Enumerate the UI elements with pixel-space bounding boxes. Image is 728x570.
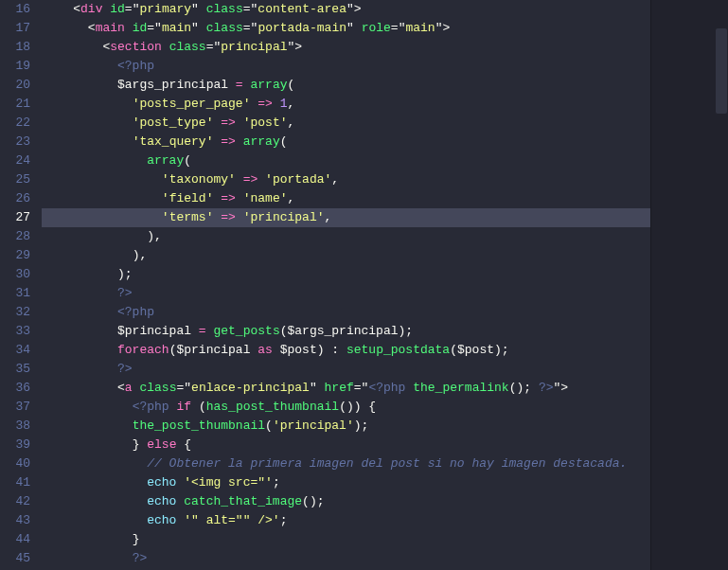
- line-number[interactable]: 29: [8, 246, 30, 265]
- code-line[interactable]: $args_principal = array(: [42, 76, 728, 95]
- line-number[interactable]: 20: [8, 76, 30, 95]
- line-number[interactable]: 21: [8, 95, 30, 114]
- token: portada-main: [257, 21, 346, 35]
- code-line[interactable]: } else {: [42, 436, 728, 454]
- code-line[interactable]: 'taxonomy' => 'portada',: [42, 170, 728, 189]
- code-line[interactable]: ?>: [42, 549, 728, 568]
- code-line[interactable]: <a class="enlace-principal" href="<?php …: [42, 379, 728, 398]
- code-line[interactable]: }: [42, 530, 728, 549]
- line-number[interactable]: 33: [8, 322, 30, 341]
- line-number[interactable]: 37: [8, 398, 30, 417]
- minimap-area[interactable]: [650, 0, 728, 570]
- line-number[interactable]: 22: [8, 114, 30, 133]
- line-number[interactable]: 26: [8, 189, 30, 208]
- token: ): [147, 229, 154, 243]
- token: [236, 191, 243, 205]
- line-number[interactable]: 41: [8, 473, 30, 492]
- code-line[interactable]: the_post_thumbnail('principal');: [42, 417, 728, 436]
- token: [199, 21, 206, 35]
- token: <: [117, 381, 125, 395]
- line-number[interactable]: 25: [8, 170, 30, 189]
- code-line[interactable]: );: [42, 265, 728, 284]
- code-line[interactable]: echo '<img src="';: [42, 473, 728, 492]
- code-line[interactable]: $principal = get_posts($args_principal);: [42, 322, 728, 341]
- code-line[interactable]: echo catch_that_image();: [42, 492, 728, 511]
- line-number[interactable]: 17: [8, 19, 30, 38]
- token: the_post_thumbnail: [133, 419, 265, 433]
- line-number[interactable]: 27: [8, 208, 30, 227]
- token: 'portada': [265, 172, 331, 187]
- code-line[interactable]: ?>: [42, 284, 728, 303]
- token: echo: [147, 494, 176, 508]
- code-line[interactable]: // Obtener la primera imagen del post si…: [42, 454, 728, 473]
- token: ): [317, 343, 325, 357]
- token: setup_postdata: [346, 343, 450, 357]
- code-line[interactable]: <?php: [42, 57, 728, 76]
- line-number[interactable]: 18: [8, 38, 30, 57]
- line-number[interactable]: 30: [8, 265, 30, 284]
- line-number[interactable]: 34: [8, 341, 30, 360]
- token: $principal: [117, 324, 191, 338]
- line-number[interactable]: 32: [8, 303, 30, 322]
- code-line[interactable]: array(: [42, 151, 728, 170]
- token: (: [280, 324, 288, 338]
- code-line[interactable]: ?>: [42, 360, 728, 379]
- token: 'field': [162, 191, 214, 205]
- line-number[interactable]: 44: [8, 530, 30, 549]
- code-line[interactable]: ),: [42, 246, 728, 265]
- token: 1: [280, 97, 288, 111]
- token: ,: [288, 116, 295, 130]
- token: catch_that_image: [184, 494, 302, 508]
- line-number[interactable]: 40: [8, 454, 30, 473]
- code-line[interactable]: <?php if (has_post_thumbnail()) {: [42, 398, 728, 417]
- vertical-scrollbar[interactable]: [715, 0, 728, 570]
- code-line[interactable]: <main id="main" class="portada-main" rol…: [42, 19, 728, 38]
- line-number[interactable]: 23: [8, 133, 30, 151]
- code-line[interactable]: <?php: [42, 303, 728, 322]
- line-number[interactable]: 43: [8, 511, 30, 530]
- line-number[interactable]: 31: [8, 284, 30, 303]
- code-line[interactable]: 'post_type' => 'post',: [42, 114, 728, 133]
- line-number[interactable]: 45: [8, 549, 30, 568]
- code-line[interactable]: ),: [42, 227, 728, 246]
- code-area[interactable]: <div id="primary" class="content-area"> …: [42, 0, 728, 570]
- code-line[interactable]: 'tax_query' => array(: [42, 133, 728, 151]
- code-line[interactable]: 'field' => 'name',: [42, 189, 728, 208]
- line-number[interactable]: 16: [8, 0, 30, 19]
- code-line[interactable]: <section class="principal">: [42, 38, 728, 57]
- token: ?>: [117, 362, 133, 376]
- code-editor[interactable]: 1617181920212223242526272829303132333435…: [0, 0, 728, 570]
- token: [354, 21, 362, 35]
- line-number[interactable]: 19: [8, 57, 30, 76]
- code-line[interactable]: echo '" alt="" />';: [42, 511, 728, 530]
- token: [339, 343, 346, 357]
- line-number[interactable]: 36: [8, 379, 30, 398]
- token: the_permalink: [413, 381, 508, 395]
- token: ": [184, 381, 191, 395]
- token: [199, 2, 206, 16]
- line-number-gutter[interactable]: 1617181920212223242526272829303132333435…: [0, 0, 42, 570]
- code-line[interactable]: <div id="primary" class="content-area">: [42, 0, 728, 19]
- token: (: [450, 343, 457, 357]
- code-line[interactable]: 'terms' => 'principal',: [42, 208, 728, 227]
- code-line[interactable]: foreach($principal as $post) : setup_pos…: [42, 341, 728, 360]
- token: principal: [221, 40, 287, 54]
- token: content-area: [257, 2, 346, 16]
- token: [125, 21, 133, 35]
- token: class: [206, 21, 243, 35]
- line-number[interactable]: 38: [8, 417, 30, 436]
- line-number[interactable]: 39: [8, 436, 30, 454]
- token: [236, 210, 243, 224]
- token: ): [354, 400, 362, 414]
- token: [236, 172, 243, 187]
- line-number[interactable]: 35: [8, 360, 30, 379]
- token: =: [354, 381, 362, 395]
- scroll-thumb[interactable]: [716, 28, 727, 114]
- token: =: [147, 21, 154, 35]
- line-number[interactable]: 24: [8, 151, 30, 170]
- line-number[interactable]: 42: [8, 492, 30, 511]
- token: (: [288, 78, 295, 92]
- line-number[interactable]: 28: [8, 227, 30, 246]
- code-line[interactable]: 'posts_per_page' => 1,: [42, 95, 728, 114]
- token: main: [162, 21, 191, 35]
